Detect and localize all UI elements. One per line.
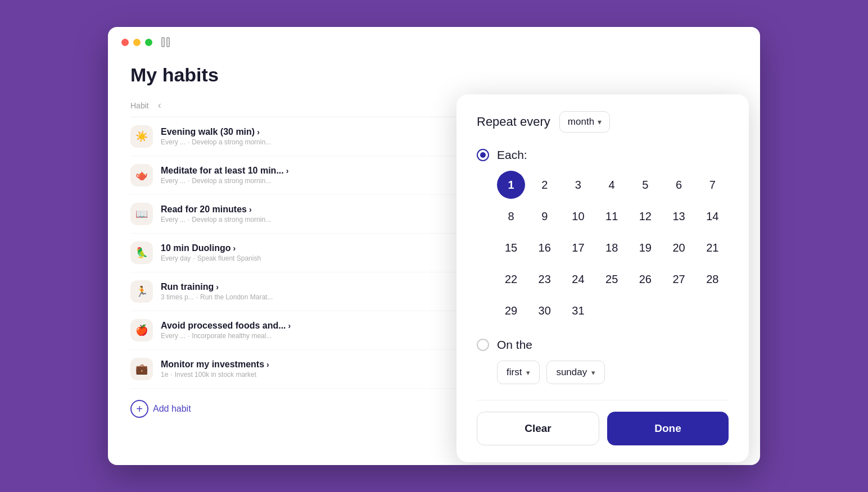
title-bar	[108, 27, 760, 53]
plus-icon: +	[130, 400, 148, 418]
habit-icon: 🍎	[130, 319, 153, 341]
done-button[interactable]: Done	[607, 412, 729, 445]
on-the-header: On the	[477, 338, 729, 352]
calendar-day[interactable]: 17	[564, 234, 592, 262]
calendar-day[interactable]: 12	[631, 202, 659, 230]
calendar-day[interactable]: 10	[564, 202, 592, 230]
calendar-day[interactable]: 6	[665, 171, 693, 199]
habit-icon: 🦜	[130, 242, 153, 264]
repeat-modal: Repeat every month ▾ Each: 1234567891011…	[456, 94, 749, 462]
nav-back-arrow[interactable]: ‹	[153, 99, 166, 111]
on-the-label: On the	[497, 338, 532, 352]
habit-icon: 📖	[130, 203, 153, 225]
calendar-day[interactable]: 19	[631, 234, 659, 262]
calendar-day[interactable]: 2	[531, 171, 559, 199]
each-section-header: Each:	[477, 148, 729, 162]
calendar-day[interactable]: 15	[497, 234, 525, 262]
calendar-day[interactable]: 27	[665, 265, 693, 293]
calendar-day[interactable]: 25	[598, 265, 626, 293]
dropdowns-row: first ▾ sunday ▾	[497, 361, 729, 384]
habit-icon: 🫖	[130, 164, 153, 186]
habit-chevron-icon: ›	[249, 205, 252, 214]
habit-chevron-icon: ›	[266, 360, 269, 369]
habit-subtitle: Every ...·Develop a strong mornin...	[161, 138, 296, 146]
first-dropdown-value: first	[507, 367, 522, 378]
calendar-day[interactable]: 9	[531, 202, 559, 230]
month-chevron-icon: ▾	[598, 117, 602, 126]
minimize-button[interactable]	[133, 39, 141, 46]
calendar-day[interactable]: 4	[598, 171, 626, 199]
calendar-day[interactable]: 21	[698, 234, 726, 262]
calendar-day[interactable]: 30	[531, 297, 559, 325]
sidebar-toggle[interactable]	[161, 37, 170, 47]
habit-chevron-icon: ›	[288, 321, 291, 330]
habit-icon: 💼	[130, 358, 153, 380]
calendar-day[interactable]: 7	[698, 171, 726, 199]
habit-subtitle: Every ...·Incorporate healthy meal...	[161, 332, 296, 340]
calendar-day[interactable]: 5	[631, 171, 659, 199]
calendar-day[interactable]: 29	[497, 297, 525, 325]
month-select[interactable]: month ▾	[559, 111, 610, 133]
maximize-button[interactable]	[145, 39, 152, 46]
calendar-day[interactable]: 8	[497, 202, 525, 230]
calendar-day[interactable]: 28	[698, 265, 726, 293]
day-dropdown-chevron-icon: ▾	[591, 368, 595, 377]
day-dropdown[interactable]: sunday ▾	[546, 361, 605, 384]
modal-buttons: Clear Done	[477, 400, 729, 445]
day-dropdown-value: sunday	[556, 367, 587, 378]
repeat-label: Repeat every	[477, 115, 550, 129]
calendar-day[interactable]: 22	[497, 265, 525, 293]
calendar-grid: 1234567891011121314151617181920212223242…	[497, 171, 729, 325]
first-dropdown-chevron-icon: ▾	[526, 368, 530, 377]
habit-subtitle: 1e·Invest 100k in stock market	[161, 371, 296, 379]
calendar-day[interactable]: 31	[564, 297, 592, 325]
habit-subtitle: Every day·Speak fluent Spanish	[161, 254, 296, 262]
on-the-section: On the first ▾ sunday ▾	[477, 338, 729, 384]
habit-subtitle: Every ...·Develop a strong mornin...	[161, 177, 296, 185]
habit-col-label: Habit	[130, 101, 149, 110]
calendar-day[interactable]: 23	[531, 265, 559, 293]
calendar-day[interactable]: 26	[631, 265, 659, 293]
each-radio[interactable]	[477, 149, 489, 161]
calendar-day[interactable]: 16	[531, 234, 559, 262]
calendar-day[interactable]: 14	[698, 202, 726, 230]
calendar-day[interactable]: 1	[497, 171, 525, 199]
habit-chevron-icon: ›	[257, 127, 260, 136]
habit-icon: ☀️	[130, 125, 153, 148]
habit-icon: 🏃	[130, 280, 153, 303]
on-the-radio[interactable]	[477, 339, 489, 351]
close-button[interactable]	[121, 39, 129, 46]
calendar-day[interactable]: 13	[665, 202, 693, 230]
calendar-day[interactable]: 24	[564, 265, 592, 293]
page-title: My habits	[130, 64, 738, 86]
add-habit-label: Add habit	[153, 404, 191, 414]
habit-subtitle: Every ...·Develop a strong mornin...	[161, 216, 296, 224]
habit-chevron-icon: ›	[233, 244, 236, 253]
repeat-header: Repeat every month ▾	[477, 111, 729, 133]
clear-button[interactable]: Clear	[477, 412, 599, 445]
habit-subtitle: 3 times p...·Run the London Marat...	[161, 293, 296, 301]
calendar-day[interactable]: 3	[564, 171, 592, 199]
calendar-day[interactable]: 11	[598, 202, 626, 230]
habit-chevron-icon: ›	[286, 166, 289, 175]
habit-chevron-icon: ›	[216, 283, 219, 291]
calendar-day[interactable]: 18	[598, 234, 626, 262]
calendar-day[interactable]: 20	[665, 234, 693, 262]
each-label: Each:	[497, 148, 527, 162]
month-value: month	[568, 116, 594, 127]
first-dropdown[interactable]: first ▾	[497, 361, 540, 384]
app-window: My habits Habit ‹ Fr Sa Su Mo Tu	[108, 27, 760, 465]
